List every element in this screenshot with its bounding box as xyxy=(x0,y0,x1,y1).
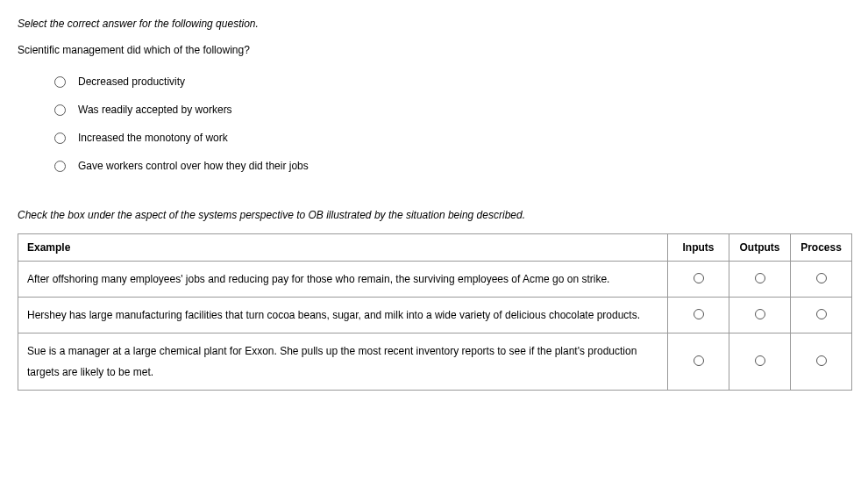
q1-instruction: Select the correct answer for the follow… xyxy=(18,18,850,30)
q1-option-0[interactable]: Decreased productivity xyxy=(54,75,850,88)
matrix-row-2: Sue is a manager at a large chemical pla… xyxy=(18,333,852,391)
radio-icon[interactable] xyxy=(755,273,765,283)
radio-icon[interactable] xyxy=(755,309,765,319)
header-example: Example xyxy=(18,234,668,262)
example-text: After offshoring many employees' jobs an… xyxy=(18,262,668,298)
example-text: Sue is a manager at a large chemical pla… xyxy=(18,333,668,391)
q1-option-1[interactable]: Was readily accepted by workers xyxy=(54,104,850,116)
header-inputs: Inputs xyxy=(668,234,729,262)
option-label: Increased the monotony of work xyxy=(78,132,228,144)
radio-icon[interactable] xyxy=(694,273,704,283)
q1-option-3[interactable]: Gave workers control over how they did t… xyxy=(54,160,850,172)
option-label: Gave workers control over how they did t… xyxy=(78,160,309,172)
radio-icon[interactable] xyxy=(54,161,66,172)
header-outputs: Outputs xyxy=(729,234,791,262)
header-process: Process xyxy=(791,234,852,262)
radio-icon[interactable] xyxy=(54,133,66,144)
q2-matrix-table: Example Inputs Outputs Process After off… xyxy=(18,233,852,391)
radio-icon[interactable] xyxy=(816,355,827,366)
radio-icon[interactable] xyxy=(54,76,66,88)
q1-option-2[interactable]: Increased the monotony of work xyxy=(54,132,850,144)
radio-icon[interactable] xyxy=(694,355,704,366)
option-label: Decreased productivity xyxy=(78,75,185,88)
example-text: Hershey has large manufacturing faciliti… xyxy=(18,298,668,333)
radio-icon[interactable] xyxy=(694,309,704,319)
matrix-row-0: After offshoring many employees' jobs an… xyxy=(18,262,852,298)
q2-instruction: Check the box under the aspect of the sy… xyxy=(18,209,850,221)
radio-icon[interactable] xyxy=(54,104,66,116)
option-label: Was readily accepted by workers xyxy=(78,104,232,116)
matrix-header-row: Example Inputs Outputs Process xyxy=(18,234,852,262)
radio-icon[interactable] xyxy=(816,273,827,283)
radio-icon[interactable] xyxy=(816,309,827,319)
radio-icon[interactable] xyxy=(755,355,765,366)
q1-stem: Scientific management did which of the f… xyxy=(18,44,850,56)
q1-options: Decreased productivity Was readily accep… xyxy=(54,75,850,172)
matrix-row-1: Hershey has large manufacturing faciliti… xyxy=(18,298,852,333)
